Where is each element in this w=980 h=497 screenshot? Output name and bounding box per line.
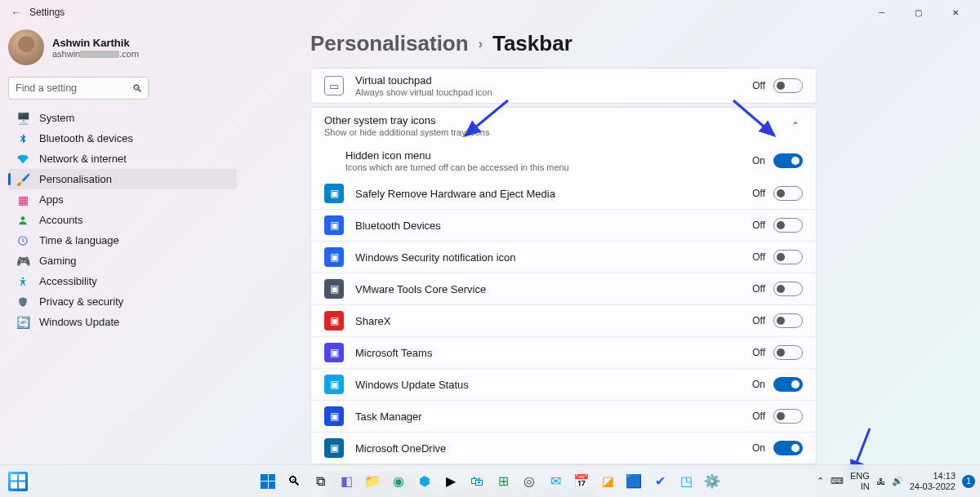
sidebar-item-personalisation[interactable]: 🖌️Personalisation: [8, 169, 237, 189]
tray-item-toggle[interactable]: [773, 441, 803, 455]
tray-chevron-up-icon[interactable]: ⌃: [817, 476, 824, 486]
breadcrumb-parent[interactable]: Personalisation: [310, 31, 469, 56]
toggle-state: Off: [752, 283, 765, 295]
sidebar-item-gaming[interactable]: 🎮Gaming: [8, 251, 237, 271]
tray-item-row[interactable]: ▣ ShareX Off: [311, 304, 816, 336]
close-button[interactable]: ✕: [937, 1, 973, 24]
tray-item-toggle[interactable]: [773, 186, 803, 201]
app-icon: ▣: [324, 215, 344, 235]
tray-item-row[interactable]: ▣ Windows Update Status On: [311, 368, 816, 400]
taskbar-app-7[interactable]: ◳: [675, 470, 697, 493]
taskbar-app-1[interactable]: ◧: [335, 470, 358, 493]
sidebar-item-update[interactable]: 🔄Windows Update: [8, 312, 237, 332]
avatar: [8, 29, 44, 65]
row-title: Hidden icon menu: [345, 149, 569, 162]
profile-block[interactable]: Ashwin Karthik ashwin.com: [8, 28, 237, 77]
group-title: Other system tray icons: [324, 114, 489, 126]
tray-item-toggle[interactable]: [773, 218, 803, 233]
taskbar-app-3[interactable]: ⊞: [492, 470, 514, 493]
tray-item-row[interactable]: ▣ Microsoft OneDrive On: [311, 432, 816, 464]
hidden-icon-menu-toggle[interactable]: [773, 153, 803, 168]
store-icon[interactable]: 🛍: [466, 470, 488, 493]
taskbar-app-5[interactable]: ◪: [596, 470, 619, 493]
sidebar-item-label: Accounts: [39, 214, 82, 226]
todo-icon[interactable]: ✔: [648, 470, 671, 493]
toggle-state: Off: [752, 220, 765, 231]
widgets-button[interactable]: [7, 470, 29, 493]
sidebar-item-label: Windows Update: [39, 316, 119, 328]
settings-icon[interactable]: ⚙️: [701, 470, 724, 493]
app-icon: ▣: [324, 279, 344, 299]
hidden-icon-menu-row[interactable]: Hidden icon menu Icons which are turned …: [311, 144, 816, 178]
tray-item-toggle[interactable]: [773, 377, 803, 392]
chevron-up-icon[interactable]: ⌃: [788, 117, 803, 135]
tray-item-row[interactable]: ▣ Task Manager Off: [311, 400, 816, 432]
toggle-state: On: [752, 379, 765, 390]
clock[interactable]: 14:13 24-03-2022: [910, 471, 956, 491]
app-icon: ▣: [324, 343, 344, 362]
toggle-state: Off: [752, 315, 765, 326]
sidebar-item-label: Accessibility: [39, 275, 97, 287]
toggle-state: Off: [752, 80, 765, 91]
edge-icon[interactable]: ◉: [387, 470, 410, 493]
tray-item-toggle[interactable]: [773, 345, 803, 360]
tray-item-row[interactable]: ▣ Bluetooth Devices Off: [311, 209, 816, 241]
group-header[interactable]: Other system tray icons Show or hide add…: [311, 108, 816, 144]
virtual-touchpad-row[interactable]: ▭ Virtual touchpad Always show virtual t…: [311, 69, 816, 103]
row-title: Microsoft OneDrive: [355, 442, 446, 455]
taskbar-app-6[interactable]: 🟦: [622, 470, 645, 493]
sidebar-item-label: Privacy & security: [39, 295, 123, 308]
update-icon: 🔄: [16, 316, 29, 329]
privacy-icon: [16, 295, 29, 308]
sidebar-item-network[interactable]: Network & internet: [8, 149, 237, 169]
apps-icon: ▦: [16, 193, 29, 206]
sidebar-item-accessibility[interactable]: Accessibility: [8, 271, 237, 291]
tray-network-icon[interactable]: 🖧: [876, 477, 885, 486]
main-content: Personalisation › Taskbar ▭ Virtual touc…: [245, 24, 980, 464]
row-subtitle: Icons which are turned off can be access…: [345, 162, 569, 172]
media-player-icon[interactable]: ▶: [439, 470, 462, 493]
app-icon: ▣: [324, 375, 344, 394]
tray-item-toggle[interactable]: [773, 250, 803, 264]
os-taskbar: 🔍︎ ⧉ ◧ 📁 ◉ ⬢ ▶ 🛍 ⊞ ◎ ✉ 📅 ◪ 🟦 ✔ ◳ ⚙️ ⌃ ⌨ …: [0, 464, 980, 497]
back-button[interactable]: ←: [7, 2, 26, 22]
tray-item-row[interactable]: ▣ Windows Security notification icon Off: [311, 241, 816, 273]
sidebar-item-apps[interactable]: ▦Apps: [8, 189, 237, 210]
file-explorer-icon[interactable]: 📁: [361, 470, 384, 493]
sidebar-item-label: Network & internet: [39, 153, 127, 165]
maximize-button[interactable]: ▢: [900, 1, 937, 24]
taskbar-app-4[interactable]: ◎: [518, 470, 541, 493]
sidebar-item-privacy[interactable]: Privacy & security: [8, 291, 237, 312]
taskbar-search-icon[interactable]: 🔍︎: [283, 470, 305, 493]
language-switcher[interactable]: ENGIN: [850, 471, 870, 491]
app-icon: ▣: [324, 311, 344, 331]
taskbar-app-2[interactable]: ⬢: [413, 470, 436, 493]
personalisation-icon: 🖌️: [16, 173, 29, 186]
start-button[interactable]: [256, 470, 279, 493]
tray-item-row[interactable]: ▣ Microsoft Teams Off: [311, 336, 816, 368]
sidebar-item-time[interactable]: Time & language: [8, 230, 237, 251]
app-icon: ▣: [324, 184, 344, 203]
toggle-state: Off: [752, 410, 765, 422]
mail-icon[interactable]: ✉: [544, 470, 567, 493]
sidebar-item-system[interactable]: 🖥️System: [8, 108, 237, 128]
tray-item-toggle[interactable]: [773, 409, 803, 424]
tray-volume-icon[interactable]: 🔊: [892, 476, 903, 486]
tray-keyboard-icon[interactable]: ⌨: [831, 476, 844, 486]
sidebar-item-bluetooth[interactable]: Bluetooth & devices: [8, 128, 237, 149]
virtual-touchpad-toggle[interactable]: [773, 78, 803, 93]
search-input[interactable]: [8, 77, 149, 100]
sidebar-item-label: Personalisation: [39, 173, 112, 185]
minimize-button[interactable]: ─: [863, 1, 900, 24]
other-tray-icons-card: Other system tray icons Show or hide add…: [310, 107, 817, 464]
app-icon: ▣: [324, 247, 344, 267]
calendar-icon[interactable]: 📅: [570, 470, 593, 493]
tray-item-toggle[interactable]: [773, 313, 803, 328]
tray-item-row[interactable]: ▣ Safely Remove Hardware and Eject Media…: [311, 178, 816, 209]
accessibility-icon: [16, 275, 29, 288]
tray-item-toggle[interactable]: [773, 282, 803, 296]
sidebar-item-accounts[interactable]: Accounts: [8, 210, 237, 230]
notification-badge[interactable]: 1: [962, 475, 975, 488]
task-view-icon[interactable]: ⧉: [309, 470, 332, 493]
tray-item-row[interactable]: ▣ VMware Tools Core Service Off: [311, 273, 816, 304]
